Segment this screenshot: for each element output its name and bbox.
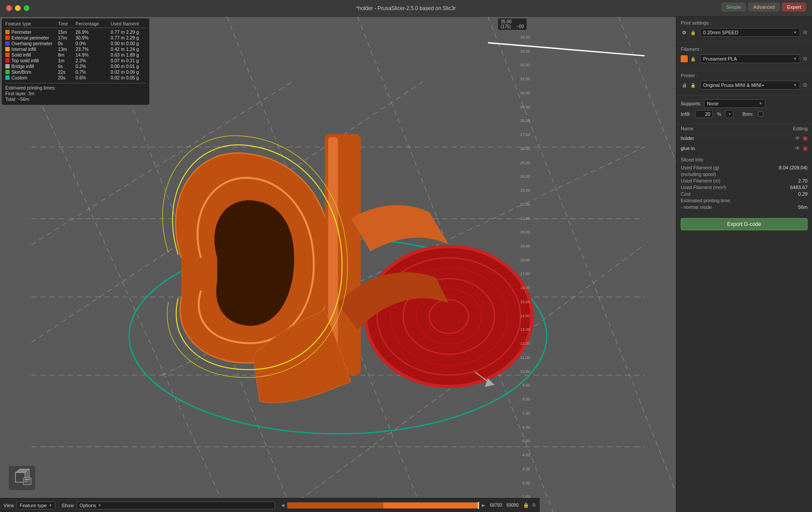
- timeline-slider[interactable]: [287, 502, 480, 508]
- advanced-mode-button[interactable]: Advanced: [748, 3, 780, 11]
- stats-row: Internal infill 13m 23.7% 0.42 m 1.24 g: [5, 47, 146, 52]
- feature-pct: 26.9%: [76, 29, 111, 35]
- stats-row: Custom 20s 0.6% 0.02 m 0.05 g: [5, 75, 146, 80]
- close-button[interactable]: [6, 5, 12, 11]
- scale-number: 19.00: [515, 244, 530, 248]
- feature-name: Overhang perimeter: [11, 41, 58, 46]
- slider-right-arrow[interactable]: ▶: [482, 503, 485, 508]
- main-layout: Feature type Time Percentage Used filame…: [0, 17, 812, 512]
- options-dropdown[interactable]: Options ▼: [76, 501, 275, 509]
- sliced-key: Cost: [681, 191, 691, 197]
- object-settings-icon[interactable]: ▣: [803, 145, 808, 151]
- scale-number: 11.00: [515, 355, 530, 360]
- scale-number: 21.00: [515, 216, 530, 221]
- settings-slider-btn[interactable]: ⚙: [532, 502, 536, 508]
- feature-time: 0s: [58, 41, 76, 46]
- scale-number: 10.00: [515, 369, 530, 374]
- sliced-val: 8.04 (209.04): [779, 165, 808, 170]
- feature-name: Solid infill: [11, 52, 58, 57]
- minimize-button[interactable]: [15, 5, 21, 11]
- scale-number: 28.00: [515, 118, 530, 123]
- col-filament: Used filament: [111, 21, 146, 26]
- sliced-val: 2.70: [798, 178, 808, 183]
- top-white-line: [488, 43, 645, 56]
- scale-number: 8.00: [515, 397, 530, 401]
- infill-dropdown-btn[interactable]: ▼: [725, 110, 733, 118]
- maximize-button[interactable]: [24, 5, 29, 11]
- printer-gear[interactable]: ⚙: [803, 82, 808, 88]
- slider-left-val: 68793: [490, 503, 502, 508]
- slider-left-arrow[interactable]: ◀: [281, 503, 285, 508]
- object-visibility-icon[interactable]: 👁: [795, 135, 800, 141]
- stats-row: External perimeter 17m 30.9% 0.77 m 2.29…: [5, 35, 146, 40]
- lock-slider-btn[interactable]: 🔒: [523, 502, 529, 508]
- objects-table-header: Name Editing: [676, 124, 812, 133]
- scale-number: 22.00: [515, 202, 530, 207]
- slider-right-handle[interactable]: [478, 502, 479, 509]
- filament-color-swatch[interactable]: [681, 55, 688, 62]
- scale-number: 34.00: [515, 35, 530, 39]
- sliced-key: - normal mode: [681, 204, 712, 210]
- stats-header: Feature type Time Percentage Used filame…: [5, 21, 146, 28]
- supports-dropdown[interactable]: None ▼: [704, 99, 765, 108]
- sliced-key: (including spool): [681, 172, 716, 177]
- viewport[interactable]: Feature type Time Percentage Used filame…: [0, 17, 676, 512]
- feature-name: Perimeter: [11, 29, 58, 35]
- view-dropdown[interactable]: Feature type ▼: [17, 501, 56, 509]
- print-settings-arrow: ▼: [793, 30, 797, 35]
- printer-icon: 🖨: [681, 82, 688, 89]
- object-visibility-icon[interactable]: 👁: [795, 145, 800, 151]
- expert-mode-button[interactable]: Expert: [782, 3, 806, 11]
- print-settings-gear[interactable]: ⚙: [803, 29, 808, 36]
- infill-input[interactable]: [695, 110, 713, 118]
- export-gcode-button[interactable]: Export G-code: [681, 218, 808, 230]
- print-settings-dropdown[interactable]: 0.20mm SPEED ▼: [700, 28, 800, 37]
- infill-dropdown-arrow: ▼: [728, 112, 731, 116]
- options-value: Options: [79, 503, 96, 508]
- stats-row: Perimeter 15m 26.9% 0.77 m 2.29 g: [5, 29, 146, 35]
- scale-number: 5.00: [515, 439, 530, 443]
- scale-number: 27.00: [515, 132, 530, 137]
- feature-time: 6s: [58, 64, 76, 69]
- color-swatch: [5, 75, 10, 80]
- sliced-key: Used Filament (mm²): [681, 185, 726, 190]
- object-name: holder: [681, 136, 795, 141]
- feature-time: 1m: [58, 58, 76, 63]
- feature-filament: 0.07 m 0.21 g: [111, 58, 146, 63]
- object-icons: 👁 ▣: [795, 145, 808, 151]
- sliced-val: 56m: [798, 204, 808, 210]
- window-controls[interactable]: [6, 5, 29, 11]
- printer-dropdown[interactable]: Original Prusa MINI & MINI+ ▼: [700, 81, 800, 90]
- scale-number: 18.00: [515, 258, 530, 262]
- scale-number: 23.00: [515, 188, 530, 193]
- sliced-rows: Used Filament (g) 8.04 (209.04) (includi…: [681, 165, 808, 210]
- object-row[interactable]: glue in 👁 ▣: [676, 143, 812, 154]
- object-icons: 👁 ▣: [795, 135, 808, 141]
- stats-rows: Perimeter 15m 26.9% 0.77 m 2.29 g Extern…: [5, 29, 146, 80]
- scale-number: 20.00: [515, 230, 530, 234]
- filament-section: Filament : 🔒 Prusament PLA ▼ ⚙: [676, 43, 812, 69]
- view-cube[interactable]: [9, 466, 35, 490]
- total-row: Total: ~56m: [5, 97, 146, 102]
- mode-toolbar: Simple Advanced Expert: [722, 3, 806, 11]
- cube-svg: [11, 468, 33, 488]
- object-settings-icon[interactable]: ▣: [803, 135, 808, 141]
- color-swatch: [5, 64, 10, 68]
- options-arrow: ▼: [98, 503, 102, 508]
- filament-gear[interactable]: ⚙: [803, 56, 808, 62]
- filament-value: Prusament PLA: [703, 56, 737, 61]
- feature-pct: 23.7%: [76, 47, 111, 52]
- scale-number: 3.00: [515, 467, 530, 471]
- scale-number: 12.00: [515, 341, 530, 346]
- stats-row: Top solid infill 1m 2.2% 0.07 m 0.21 g: [5, 58, 146, 63]
- simple-mode-button[interactable]: Simple: [722, 3, 746, 11]
- feature-filament: 0.02 m 0.06 g: [111, 69, 146, 75]
- feature-time: 22s: [58, 69, 76, 75]
- solid-infill-right-inner: [367, 248, 530, 385]
- filament-dropdown[interactable]: Prusament PLA ▼: [700, 54, 800, 63]
- brim-checkbox[interactable]: [758, 111, 763, 117]
- view-dropdown-arrow: ▼: [48, 503, 52, 508]
- coord-sub: (175): [501, 24, 511, 29]
- scale-number: 24.00: [515, 174, 530, 179]
- object-row[interactable]: holder 👁 ▣: [676, 133, 812, 143]
